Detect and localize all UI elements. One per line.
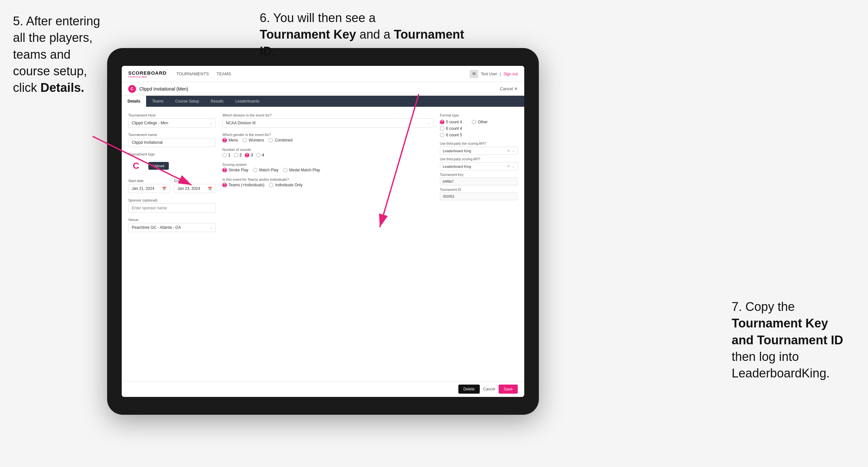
gender-combined[interactable]: Combined — [269, 138, 292, 143]
round-2[interactable]: 2 — [234, 153, 242, 157]
delete-button[interactable]: Delete — [458, 384, 480, 394]
right-column: Format type 5 count 4 Other — [440, 113, 518, 374]
format-options: 5 count 4 Other 6 count 4 6 count 5 — [440, 120, 518, 137]
logo-text: SCOREBOARD — [128, 70, 166, 75]
save-button[interactable]: Save — [499, 384, 518, 394]
tournament-host-input[interactable]: Clippd College - Men ⌄ — [128, 119, 216, 128]
tournament-name-input[interactable]: Clippd Invitational — [128, 138, 216, 147]
tournament-key-value: b4f6b7 — [440, 178, 518, 185]
rounds-radio-group: 1 2 3 4 — [222, 153, 433, 157]
radio-6count5 — [440, 133, 444, 137]
venue-dropdown-arrow: ⌄ — [210, 226, 212, 229]
tournament-key-label: Tournament Key — [440, 173, 518, 177]
calendar-icon: 📅 — [162, 187, 166, 191]
radio-round-4 — [256, 153, 261, 157]
tournament-id-value: 302051 — [440, 192, 518, 200]
tablet-frame: SCOREBOARD Powered by clippd TOURNAMENTS… — [107, 48, 539, 415]
tournament-host-label: Tournament Host — [128, 113, 216, 117]
tournament-id-label: Tournament ID — [440, 188, 518, 191]
tab-teams[interactable]: Teams — [146, 96, 169, 107]
scoring-match[interactable]: Match Play — [253, 168, 278, 172]
tournament-title-row: C Clippd Invitational (Men) — [128, 85, 500, 93]
teams-label: Is this event for Teams and/or Individua… — [222, 178, 433, 181]
tab-details[interactable]: Details — [122, 96, 146, 107]
scoring-medal-match[interactable]: Medal Match Play — [283, 168, 320, 172]
nav-teams[interactable]: TEAMS — [217, 71, 231, 76]
scoring-group: Scoring system Stroke Play Match Play — [222, 163, 433, 172]
scoring-stroke[interactable]: Stroke Play — [222, 168, 248, 172]
leaderboard-select-1[interactable]: Leaderboard King ✕ ⌄ — [440, 147, 518, 155]
division-label: Which division is the event for? — [222, 113, 433, 117]
dropdown-icon-1[interactable]: ⌄ — [512, 149, 515, 153]
rounds-label: Number of rounds — [222, 148, 433, 152]
radio-individuals — [269, 183, 273, 187]
radio-womens — [243, 138, 247, 143]
logo-preview: C — [128, 158, 144, 174]
tournament-host-group: Tournament Host Clippd College - Men ⌄ — [128, 113, 216, 128]
tab-results[interactable]: Results — [205, 96, 229, 107]
teams-plus-individuals[interactable]: Teams (+Individuals) — [222, 183, 264, 187]
start-date-label: Start date — [128, 179, 170, 183]
gender-group: Which gender is the event for? Mens Wome… — [222, 133, 433, 143]
user-name: Test User — [481, 72, 497, 76]
clear-icon-2[interactable]: ✕ — [507, 164, 510, 168]
start-date-field: Start date Jan 21, 2024 📅 — [128, 179, 170, 193]
tournament-logo-label: Tournament logo — [128, 152, 216, 156]
clear-icon-1[interactable]: ✕ — [507, 149, 510, 153]
user-avatar: SI — [470, 70, 478, 78]
cancel-link[interactable]: Cancel ✕ — [500, 86, 518, 91]
division-input[interactable]: NCAA Division III ⌄ — [222, 119, 433, 128]
tab-leaderboards[interactable]: Leaderboards — [229, 96, 265, 107]
format-6count5[interactable]: 6 count 5 — [440, 133, 518, 137]
venue-group: Venue Peachtree GC - Atlanta - GA ⌄ — [128, 218, 216, 232]
format-other[interactable]: Other — [472, 120, 488, 124]
gender-mens[interactable]: Mens — [222, 138, 238, 143]
nav-tournaments[interactable]: TOURNAMENTS — [176, 71, 209, 76]
venue-label: Venue — [128, 218, 216, 222]
venue-input[interactable]: Peachtree GC - Atlanta - GA ⌄ — [128, 223, 216, 232]
nav-links: TOURNAMENTS TEAMS — [176, 71, 470, 76]
separator: | — [500, 72, 501, 76]
logo-sub: Powered by clippd — [128, 75, 166, 78]
date-group: Start date Jan 21, 2024 📅 End date Jan 2… — [128, 179, 216, 193]
scoring-radio-group: Stroke Play Match Play Medal Match Play — [222, 168, 433, 172]
dropdown-icon-2[interactable]: ⌄ — [512, 164, 515, 168]
end-date-label: End date — [174, 179, 216, 183]
tournament-logo-group: Tournament logo C Upload — [128, 152, 216, 174]
date-row: Start date Jan 21, 2024 📅 End date Jan 2… — [128, 179, 216, 193]
radio-teams — [222, 183, 227, 187]
end-date-input[interactable]: Jan 23, 2024 📅 — [174, 184, 216, 193]
scoring-label: Scoring system — [222, 163, 433, 166]
format-5count4[interactable]: 5 count 4 — [440, 120, 462, 124]
app-header: SCOREBOARD Powered by clippd TOURNAMENTS… — [122, 66, 524, 82]
radio-other — [472, 120, 476, 124]
tournament-header: C Clippd Invitational (Men) Cancel ✕ — [122, 82, 524, 96]
calendar-icon-end: 📅 — [208, 187, 212, 191]
teams-group: Is this event for Teams and/or Individua… — [222, 178, 433, 187]
start-date-input[interactable]: Jan 21, 2024 📅 — [128, 184, 170, 193]
footer-cancel-button[interactable]: Cancel — [483, 387, 495, 392]
tablet-screen: SCOREBOARD Powered by clippd TOURNAMENTS… — [122, 66, 524, 397]
round-4[interactable]: 4 — [256, 153, 264, 157]
upload-button[interactable]: Upload — [148, 162, 169, 170]
radio-6count4 — [440, 126, 444, 131]
radio-stroke — [222, 168, 227, 172]
radio-match — [253, 168, 257, 172]
format-label: Format type — [440, 113, 518, 117]
teams-individuals-only[interactable]: Individuals Only — [269, 183, 303, 187]
division-group: Which division is the event for? NCAA Di… — [222, 113, 433, 128]
sponsor-group: Sponsor (optional) — [128, 198, 216, 213]
tournament-name-group: Tournament name Clippd Invitational — [128, 133, 216, 147]
gender-womens[interactable]: Womens — [243, 138, 264, 143]
sponsor-input[interactable] — [128, 204, 216, 213]
round-3[interactable]: 3 — [245, 153, 253, 157]
tab-course-setup[interactable]: Course Setup — [169, 96, 205, 107]
footer-bar: Delete Cancel Save — [122, 381, 524, 397]
format-6count4[interactable]: 6 count 4 — [440, 126, 518, 131]
division-arrow: ⌄ — [427, 121, 430, 125]
leaderboard-select-2[interactable]: Leaderboard King ✕ ⌄ — [440, 162, 518, 170]
gender-label: Which gender is the event for? — [222, 133, 433, 136]
sign-out-link[interactable]: Sign out — [503, 72, 518, 76]
gender-radio-group: Mens Womens Combined — [222, 138, 433, 143]
round-1[interactable]: 1 — [222, 153, 230, 157]
